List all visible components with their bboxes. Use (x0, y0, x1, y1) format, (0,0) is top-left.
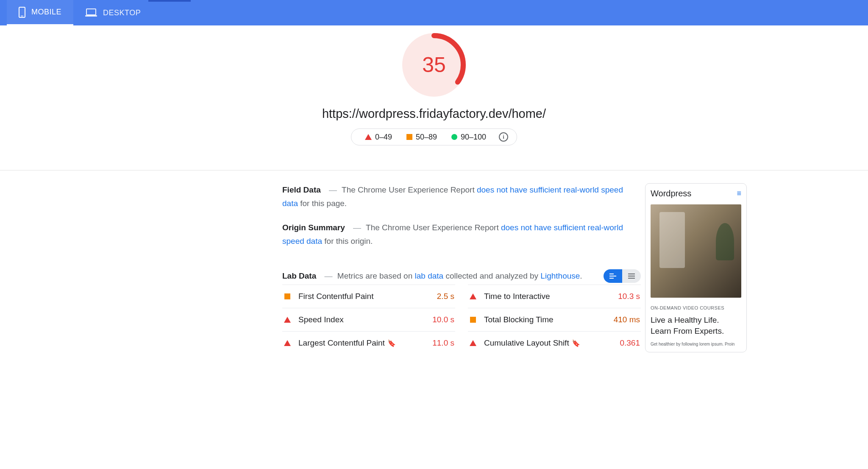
device-tabs: MOBILE DESKTOP (0, 0, 868, 25)
tab-mobile-label: MOBILE (31, 8, 61, 17)
metric-name: Total Blocking Time (484, 315, 614, 324)
preview-subtext: Get healthier by following lorem ipsum. … (651, 341, 741, 347)
metric-tbt[interactable]: Total Blocking Time 410 ms (468, 308, 641, 331)
square-avg-icon (284, 293, 290, 299)
field-data-text-post: for this page. (298, 199, 347, 208)
metric-name: Largest Contentful Paint🔖 (298, 338, 432, 348)
triangle-poor-icon (470, 340, 476, 346)
triangle-poor-icon (470, 293, 476, 299)
bookmark-icon: 🔖 (387, 340, 396, 347)
tab-desktop[interactable]: DESKTOP (73, 0, 153, 25)
triangle-poor-icon (284, 317, 291, 323)
circle-good-icon (451, 134, 457, 140)
metric-si[interactable]: Speed Index 10.0 s (282, 308, 455, 331)
info-icon[interactable]: i (499, 132, 508, 142)
metric-cls[interactable]: Cumulative Layout Shift🔖 0.361 (468, 331, 641, 355)
origin-summary-label: Origin Summary (282, 223, 345, 232)
page-preview: Wordpress ≡ ON-DEMAND VIDEO COURSES Live… (645, 183, 747, 352)
preview-headline: Live a Healthy Life. Learn From Experts. (651, 315, 741, 336)
performance-gauge: 35 (402, 33, 466, 97)
triangle-poor-icon (284, 340, 291, 346)
legend-poor-range: 0–49 (375, 133, 392, 142)
metric-value: 11.0 s (432, 338, 454, 348)
metrics-grid: First Contentful Paint 2.5 s Time to Int… (282, 285, 641, 355)
metric-name: First Contentful Paint (298, 292, 437, 301)
origin-text-pre: The Chrome User Experience Report (366, 223, 501, 232)
hamburger-icon: ≡ (737, 189, 741, 198)
legend-avg-range: 50–89 (416, 133, 437, 142)
svg-rect-1 (21, 16, 23, 17)
metric-tti[interactable]: Time to Interactive 10.3 s (468, 285, 641, 308)
metric-value: 410 ms (614, 315, 640, 324)
metric-value: 10.0 s (432, 315, 454, 324)
preview-site-title: Wordpress (651, 189, 691, 198)
square-avg-icon (470, 317, 476, 323)
lab-data-label: Lab Data (282, 271, 316, 280)
lab-text-pre: Metrics are based on (337, 271, 415, 280)
desktop-icon (85, 8, 97, 17)
square-avg-icon (406, 134, 412, 140)
metric-value: 2.5 s (437, 292, 454, 301)
view-detailed-button[interactable] (604, 269, 622, 283)
lab-data-link[interactable]: lab data (415, 271, 444, 280)
analyzed-url: https://wordpress.fridayfactory.dev/home… (0, 107, 868, 121)
view-compact-button[interactable] (622, 269, 641, 283)
field-data-section: Field Data — The Chrome User Experience … (282, 183, 641, 211)
origin-summary-section: Origin Summary — The Chrome User Experie… (282, 221, 641, 248)
bookmark-icon: 🔖 (572, 340, 580, 347)
origin-text-post: for this origin. (322, 237, 373, 246)
view-toggle (604, 269, 641, 283)
preview-hero-image (651, 204, 741, 298)
field-data-text-pre: The Chrome User Experience Report (342, 185, 477, 194)
lab-data-section: Lab Data — Metrics are based on lab data… (282, 269, 582, 283)
metric-lcp[interactable]: Largest Contentful Paint🔖 11.0 s (282, 331, 455, 355)
metric-value: 0.361 (620, 338, 640, 348)
preview-kicker: ON-DEMAND VIDEO COURSES (651, 305, 741, 310)
tab-desktop-label: DESKTOP (103, 8, 141, 17)
main-report: Field Data — The Chrome User Experience … (121, 183, 641, 355)
triangle-poor-icon (365, 134, 372, 140)
metric-name: Time to Interactive (484, 292, 618, 301)
tab-mobile[interactable]: MOBILE (7, 0, 73, 25)
metric-name: Speed Index (298, 315, 432, 324)
score-section: 35 https://wordpress.fridayfactory.dev/h… (0, 25, 868, 157)
score-legend: 0–49 50–89 90–100 i (351, 128, 517, 145)
svg-rect-2 (86, 9, 96, 15)
metric-name: Cumulative Layout Shift🔖 (484, 338, 620, 348)
svg-rect-3 (85, 15, 97, 17)
lab-text-mid: collected and analyzed by (443, 271, 540, 280)
field-data-label: Field Data (282, 185, 321, 194)
lab-text-post: . (580, 271, 582, 280)
metric-fcp[interactable]: First Contentful Paint 2.5 s (282, 285, 455, 308)
performance-score: 35 (402, 33, 466, 97)
lighthouse-link[interactable]: Lighthouse (540, 271, 580, 280)
mobile-icon (19, 7, 25, 18)
legend-good-range: 90–100 (461, 133, 486, 142)
metric-value: 10.3 s (618, 292, 640, 301)
